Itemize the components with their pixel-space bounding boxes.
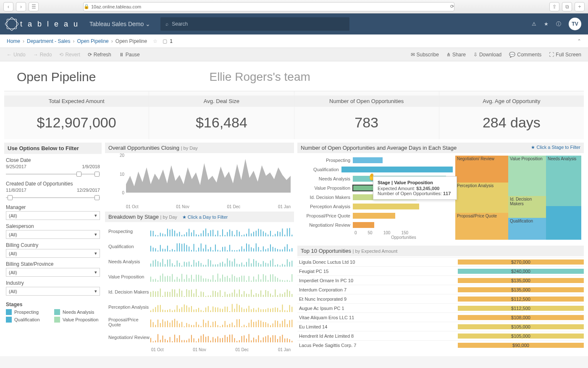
top10-row[interactable]: Imperdiet Ornare In PC 10$135,000 [297,275,584,285]
stage-bar-row[interactable]: Negotiation/ Review [300,220,453,230]
breakdown-row[interactable]: Qualification [108,239,294,254]
download-button[interactable]: ⇩ Download [473,52,501,58]
browser-back-button[interactable]: ‹ [3,2,13,11]
stage-bar-row[interactable]: Qualification [300,165,453,174]
created-date-slider[interactable] [6,194,100,201]
comments-button[interactable]: 💬 Comments [509,52,541,58]
svg-rect-357 [287,310,288,312]
browser-newtab-button[interactable]: + [575,2,585,11]
breadcrumb-home[interactable]: Home [7,38,20,44]
top10-row[interactable]: Ligula Donec Luctus Ltd 10$270,000 [297,257,584,266]
svg-rect-150 [222,262,223,267]
refresh-button[interactable]: ⟳ Refresh [88,52,111,58]
browser-share-button[interactable]: ⇪ [549,2,559,11]
svg-rect-162 [251,263,252,267]
alert-icon[interactable]: ⚠ [532,21,536,27]
stage-bar-row[interactable]: Perception Analysis [300,202,453,211]
breakdown-row[interactable]: Prospecting [108,224,294,239]
svg-rect-413 [277,321,278,327]
svg-rect-375 [186,323,187,327]
breakdown-row[interactable]: Needs Analysis [108,254,294,269]
top10-row[interactable]: Vitae Aliquam Eros LLC 11$108,000 [297,312,584,322]
select-billing-country[interactable]: (All)▾ [6,249,100,258]
overall-chart[interactable]: Overall Opportunities Closing | by Day 2… [105,143,294,209]
select-manager[interactable]: (All)▾ [6,211,100,220]
star-outline-icon[interactable]: ☆ [153,38,158,44]
breakdown-row[interactable]: Perception Analysis [108,299,294,315]
info-icon[interactable]: ⓘ [556,21,561,28]
legend-item[interactable]: Prospecting [6,309,52,315]
browser-tabs-button[interactable]: ⧉ [562,2,572,11]
pause-button[interactable]: ⏸ Pause [119,52,140,58]
svg-rect-457 [239,340,240,342]
svg-rect-372 [179,323,180,327]
treemap-cell[interactable]: Value Proposition [508,156,546,196]
breakdown-chart[interactable]: Breakdown by Stage | by Day★ Click a Day… [105,212,294,352]
svg-rect-262 [203,292,204,297]
search-input[interactable]: ⌕ Search [160,17,349,31]
top10-row[interactable]: Eu Limited 14$105,000 [297,322,584,331]
svg-rect-460 [246,339,247,342]
top10-row[interactable]: Feugiat PC 15$240,000 [297,266,584,275]
stage-bar-row[interactable]: Prospecting [300,156,453,165]
views-icon[interactable]: ▢ [163,38,167,44]
treemap-cell[interactable]: Needs Analysis [546,156,581,206]
svg-rect-60 [150,246,151,252]
svg-rect-160 [246,262,247,267]
breakdown-row[interactable]: Negotiation/ Review [108,330,294,345]
svg-rect-144 [208,259,209,267]
top10-row[interactable]: Et Nunc Incorporated 9$112,500 [297,294,584,303]
top10-row[interactable]: Hendrerit Id Ante Limited 8$105,000 [297,331,584,340]
avatar[interactable]: TV [569,18,581,30]
top10-row[interactable]: Lacus Pede Sagittis Corp. 7$90,000 [297,340,584,349]
legend-item[interactable]: Qualification [6,317,52,323]
select-industry[interactable]: (All)▾ [6,287,100,296]
treemap[interactable]: Negotiation/ ReviewPerception AnalysisPr… [455,156,581,240]
browser-sidebar-button[interactable]: ☰ [29,2,39,11]
treemap-cell[interactable]: Proposal/Price Quote [455,213,508,240]
select-salesperson[interactable]: (All)▾ [6,230,100,239]
treemap-cell[interactable] [546,206,581,240]
breadcrumb-workbook[interactable]: Open Pipeline [77,38,108,44]
collapse-icon[interactable]: ⌃ [577,38,581,44]
svg-rect-479 [291,341,292,342]
svg-rect-103 [253,248,254,252]
legend-item[interactable]: Needs Analysis [54,309,100,315]
svg-rect-217 [239,277,240,282]
browser-forward-button[interactable]: › [16,2,26,11]
top10-row[interactable]: Augue Ac Ipsum PC 1$112,500 [297,303,584,312]
stage-bar-row[interactable]: Proposal/Price Quote [300,211,453,220]
breakdown-row[interactable]: Id. Decision Makers [108,284,294,299]
tableau-logo[interactable]: t a b l e a u [7,19,79,29]
page-subtitle: Ellie Rogers's team [209,70,310,84]
favorite-icon[interactable]: ★ [544,21,549,27]
treemap-cell[interactable]: Id. Decision Makers [508,196,546,218]
browser-url-bar[interactable]: 🔒 10az.online.tableau.com ⟳ [83,2,454,11]
svg-rect-206 [213,275,213,282]
undo-button[interactable]: ← Undo [7,52,26,58]
select-billing-state-province[interactable]: (All)▾ [6,268,100,277]
top10-row[interactable]: Interdum Corporation 7$135,000 [297,285,584,294]
svg-rect-455 [234,338,235,342]
svg-rect-110 [270,244,271,252]
svg-rect-266 [213,291,213,297]
svg-rect-335 [234,309,235,312]
svg-rect-267 [215,291,216,297]
treemap-cell[interactable]: Negotiation/ Review [455,156,508,183]
share-button[interactable]: ⋔ Share [446,52,466,58]
fullscreen-button[interactable]: ⛶ Full Screen [549,52,581,58]
treemap-cell[interactable]: Perception Analysis [455,183,508,213]
svg-rect-100 [246,244,247,252]
redo-button[interactable]: → Redo [33,52,52,58]
breakdown-row[interactable]: Value Proposition [108,269,294,284]
breakdown-row[interactable]: Proposal/Price Quote [108,315,294,330]
reload-icon[interactable]: ⟳ [450,4,454,9]
subscribe-button[interactable]: ✉ Subscribe [411,52,439,58]
treemap-cell[interactable]: Qualification [508,218,546,240]
close-date-slider[interactable] [6,171,100,177]
legend-item[interactable]: Value Proposition [54,317,100,323]
svg-rect-5 [163,233,163,236]
breadcrumb-dept[interactable]: Department - Sales [27,38,70,44]
project-selector[interactable]: Tableau Sales Demo ⌄ [89,21,150,27]
revert-button[interactable]: ⟲ Revert [59,52,80,58]
